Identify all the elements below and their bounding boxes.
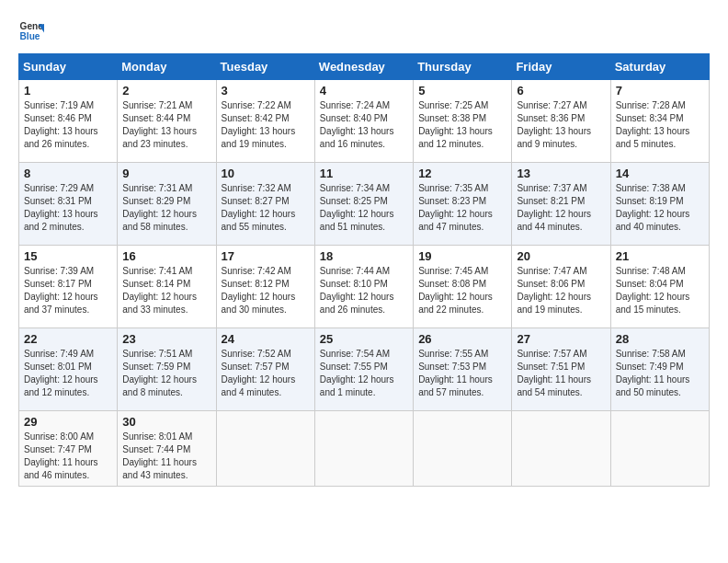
calendar-header-saturday: Saturday <box>610 54 709 80</box>
day-number: 2 <box>122 84 210 98</box>
day-number: 15 <box>24 249 112 263</box>
day-number: 13 <box>517 167 605 180</box>
calendar-cell <box>314 411 413 487</box>
calendar-cell: 6Sunrise: 7:27 AM Sunset: 8:36 PM Daylig… <box>512 80 610 163</box>
day-info: Sunrise: 7:25 AM Sunset: 8:38 PM Dayligh… <box>418 99 506 151</box>
day-number: 29 <box>24 415 112 429</box>
calendar-cell: 15Sunrise: 7:39 AM Sunset: 8:17 PM Dayli… <box>19 246 118 328</box>
day-number: 3 <box>222 84 310 98</box>
calendar-cell: 24Sunrise: 7:52 AM Sunset: 7:57 PM Dayli… <box>216 328 314 411</box>
day-info: Sunrise: 7:44 AM Sunset: 8:10 PM Dayligh… <box>320 265 408 316</box>
calendar-cell: 20Sunrise: 7:47 AM Sunset: 8:06 PM Dayli… <box>512 246 610 328</box>
calendar-cell: 30Sunrise: 8:01 AM Sunset: 7:44 PM Dayli… <box>118 411 216 487</box>
calendar-cell: 21Sunrise: 7:48 AM Sunset: 8:04 PM Dayli… <box>610 246 709 328</box>
day-number: 11 <box>320 167 408 180</box>
day-number: 30 <box>122 415 210 429</box>
calendar-cell: 29Sunrise: 8:00 AM Sunset: 7:47 PM Dayli… <box>19 411 118 487</box>
day-number: 24 <box>222 332 310 346</box>
calendar-week-2: 8Sunrise: 7:29 AM Sunset: 8:31 PM Daylig… <box>19 163 710 246</box>
calendar-cell: 23Sunrise: 7:51 AM Sunset: 7:59 PM Dayli… <box>118 328 216 411</box>
day-info: Sunrise: 7:22 AM Sunset: 8:42 PM Dayligh… <box>222 99 310 151</box>
calendar-cell: 19Sunrise: 7:45 AM Sunset: 8:08 PM Dayli… <box>414 246 512 328</box>
day-number: 1 <box>24 84 112 98</box>
calendar-week-1: 1Sunrise: 7:19 AM Sunset: 8:46 PM Daylig… <box>19 80 710 163</box>
day-number: 5 <box>418 84 506 98</box>
calendar-cell: 3Sunrise: 7:22 AM Sunset: 8:42 PM Daylig… <box>216 80 314 163</box>
day-number: 28 <box>616 332 704 346</box>
day-number: 25 <box>320 332 408 346</box>
day-info: Sunrise: 8:01 AM Sunset: 7:44 PM Dayligh… <box>122 431 210 482</box>
day-info: Sunrise: 7:58 AM Sunset: 7:49 PM Dayligh… <box>616 348 704 399</box>
day-info: Sunrise: 7:34 AM Sunset: 8:25 PM Dayligh… <box>320 182 408 234</box>
day-number: 22 <box>24 332 112 346</box>
calendar-cell <box>610 411 709 487</box>
calendar-cell: 8Sunrise: 7:29 AM Sunset: 8:31 PM Daylig… <box>19 163 118 246</box>
calendar-header-thursday: Thursday <box>414 54 512 80</box>
day-number: 7 <box>616 84 704 98</box>
calendar-header-sunday: Sunday <box>19 54 118 80</box>
calendar-cell: 27Sunrise: 7:57 AM Sunset: 7:51 PM Dayli… <box>512 328 610 411</box>
calendar-body: 1Sunrise: 7:19 AM Sunset: 8:46 PM Daylig… <box>19 80 710 487</box>
calendar-cell: 18Sunrise: 7:44 AM Sunset: 8:10 PM Dayli… <box>314 246 413 328</box>
calendar-cell: 13Sunrise: 7:37 AM Sunset: 8:21 PM Dayli… <box>512 163 610 246</box>
day-number: 14 <box>616 167 704 180</box>
calendar-cell <box>512 411 610 487</box>
day-info: Sunrise: 7:35 AM Sunset: 8:23 PM Dayligh… <box>418 182 506 234</box>
calendar-table: SundayMondayTuesdayWednesdayThursdayFrid… <box>18 53 710 487</box>
day-info: Sunrise: 7:51 AM Sunset: 7:59 PM Dayligh… <box>122 348 210 399</box>
day-number: 18 <box>320 249 408 263</box>
calendar-week-4: 22Sunrise: 7:49 AM Sunset: 8:01 PM Dayli… <box>19 328 710 411</box>
calendar-cell: 5Sunrise: 7:25 AM Sunset: 8:38 PM Daylig… <box>414 80 512 163</box>
calendar-cell: 16Sunrise: 7:41 AM Sunset: 8:14 PM Dayli… <box>118 246 216 328</box>
logo-icon: General Blue <box>18 18 44 44</box>
day-number: 26 <box>418 332 506 346</box>
day-number: 6 <box>517 84 605 98</box>
page-header: General Blue <box>18 18 710 44</box>
day-info: Sunrise: 7:31 AM Sunset: 8:29 PM Dayligh… <box>122 182 210 234</box>
calendar-cell: 22Sunrise: 7:49 AM Sunset: 8:01 PM Dayli… <box>19 328 118 411</box>
day-number: 16 <box>122 249 210 263</box>
day-info: Sunrise: 7:19 AM Sunset: 8:46 PM Dayligh… <box>24 99 112 151</box>
day-info: Sunrise: 8:00 AM Sunset: 7:47 PM Dayligh… <box>24 431 112 482</box>
calendar-cell: 25Sunrise: 7:54 AM Sunset: 7:55 PM Dayli… <box>314 328 413 411</box>
calendar-header-wednesday: Wednesday <box>314 54 413 80</box>
day-number: 21 <box>616 249 704 263</box>
calendar-cell: 17Sunrise: 7:42 AM Sunset: 8:12 PM Dayli… <box>216 246 314 328</box>
day-info: Sunrise: 7:49 AM Sunset: 8:01 PM Dayligh… <box>24 348 112 399</box>
calendar-cell: 2Sunrise: 7:21 AM Sunset: 8:44 PM Daylig… <box>118 80 216 163</box>
calendar-cell: 1Sunrise: 7:19 AM Sunset: 8:46 PM Daylig… <box>19 80 118 163</box>
day-number: 4 <box>320 84 408 98</box>
day-info: Sunrise: 7:48 AM Sunset: 8:04 PM Dayligh… <box>616 265 704 316</box>
day-info: Sunrise: 7:29 AM Sunset: 8:31 PM Dayligh… <box>24 182 112 234</box>
day-info: Sunrise: 7:24 AM Sunset: 8:40 PM Dayligh… <box>320 99 408 151</box>
calendar-cell: 4Sunrise: 7:24 AM Sunset: 8:40 PM Daylig… <box>314 80 413 163</box>
calendar-cell: 28Sunrise: 7:58 AM Sunset: 7:49 PM Dayli… <box>610 328 709 411</box>
day-info: Sunrise: 7:45 AM Sunset: 8:08 PM Dayligh… <box>418 265 506 316</box>
day-info: Sunrise: 7:38 AM Sunset: 8:19 PM Dayligh… <box>616 182 704 234</box>
day-info: Sunrise: 7:52 AM Sunset: 7:57 PM Dayligh… <box>222 348 310 399</box>
day-info: Sunrise: 7:39 AM Sunset: 8:17 PM Dayligh… <box>24 265 112 316</box>
calendar-cell: 26Sunrise: 7:55 AM Sunset: 7:53 PM Dayli… <box>414 328 512 411</box>
calendar-cell: 10Sunrise: 7:32 AM Sunset: 8:27 PM Dayli… <box>216 163 314 246</box>
day-number: 8 <box>24 167 112 180</box>
calendar-cell: 14Sunrise: 7:38 AM Sunset: 8:19 PM Dayli… <box>610 163 709 246</box>
svg-text:Blue: Blue <box>20 31 40 41</box>
day-info: Sunrise: 7:32 AM Sunset: 8:27 PM Dayligh… <box>222 182 310 234</box>
day-number: 12 <box>418 167 506 180</box>
day-info: Sunrise: 7:47 AM Sunset: 8:06 PM Dayligh… <box>517 265 605 316</box>
day-info: Sunrise: 7:57 AM Sunset: 7:51 PM Dayligh… <box>517 348 605 399</box>
day-info: Sunrise: 7:28 AM Sunset: 8:34 PM Dayligh… <box>616 99 704 151</box>
day-info: Sunrise: 7:21 AM Sunset: 8:44 PM Dayligh… <box>122 99 210 151</box>
calendar-cell <box>216 411 314 487</box>
calendar-week-3: 15Sunrise: 7:39 AM Sunset: 8:17 PM Dayli… <box>19 246 710 328</box>
day-number: 20 <box>517 249 605 263</box>
calendar-cell: 7Sunrise: 7:28 AM Sunset: 8:34 PM Daylig… <box>610 80 709 163</box>
calendar-cell: 12Sunrise: 7:35 AM Sunset: 8:23 PM Dayli… <box>414 163 512 246</box>
logo: General Blue <box>18 18 48 44</box>
day-info: Sunrise: 7:41 AM Sunset: 8:14 PM Dayligh… <box>122 265 210 316</box>
day-info: Sunrise: 7:37 AM Sunset: 8:21 PM Dayligh… <box>517 182 605 234</box>
day-info: Sunrise: 7:55 AM Sunset: 7:53 PM Dayligh… <box>418 348 506 399</box>
calendar-header-row: SundayMondayTuesdayWednesdayThursdayFrid… <box>19 54 710 80</box>
calendar-header-monday: Monday <box>118 54 216 80</box>
day-number: 23 <box>122 332 210 346</box>
